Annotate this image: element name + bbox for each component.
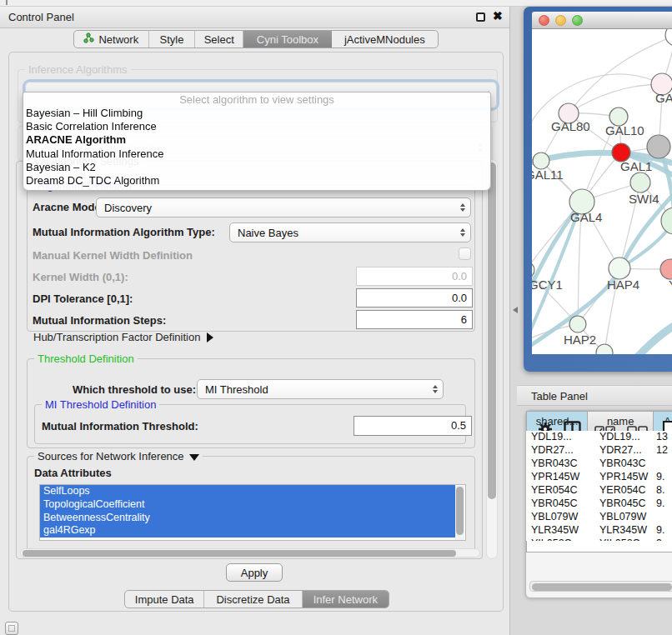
table-row[interactable]: YBR043CYBR043C: [526, 458, 672, 471]
mi-threshold-input[interactable]: 0.5: [354, 416, 472, 436]
table-row[interactable]: YBL079WYBL079W: [526, 511, 672, 524]
scrollbar-thumb[interactable]: [488, 162, 496, 499]
tab-cyni-toolbox[interactable]: Cyni Toolbox: [243, 31, 331, 48]
hub-definition-toggle[interactable]: Hub/Transcription Factor Definition: [33, 331, 213, 343]
collapse-down-icon: [189, 454, 199, 461]
data-attributes-list[interactable]: SelfLoopsTopologicalCoefficientBetweenne…: [39, 484, 466, 541]
mi-type-combobox[interactable]: Naive Bayes: [229, 222, 471, 242]
kernel-width-input[interactable]: 0.0: [356, 267, 473, 286]
network-node[interactable]: [533, 152, 549, 169]
collapsed-panel-icon[interactable]: [5, 622, 18, 635]
table-row[interactable]: YDL19...YDL19...13: [526, 431, 672, 444]
table-cell[interactable]: YDR27...: [526, 444, 588, 458]
table-cell[interactable]: YBR043C: [588, 458, 654, 471]
table-row[interactable]: YBR045CYBR045C9.: [526, 498, 672, 511]
network-node[interactable]: [630, 172, 650, 192]
algorithm-option[interactable]: Bayesian – K2: [23, 161, 490, 174]
list-vertical-scrollbar[interactable]: [455, 486, 464, 541]
bottom-tabs: Impute Data Discretize Data Infer Networ…: [124, 590, 389, 608]
close-button[interactable]: [539, 15, 549, 26]
table-cell[interactable]: YBR045C: [588, 498, 654, 511]
table-row[interactable]: YIL052CYIL052C9.: [526, 538, 672, 541]
algorithm-option[interactable]: Bayesian – Hill Climbing: [23, 107, 490, 120]
table-horizontal-scrollbar[interactable]: [529, 581, 672, 592]
algorithm-option[interactable]: ARACNE Algorithm: [23, 133, 490, 147]
control-panel-titlebar: Control Panel ✖: [0, 7, 509, 28]
hub-definition-label: Hub/Transcription Factor Definition: [33, 331, 200, 343]
network-canvas[interactable]: GALGAL80GAL10GAL1GAL11SWI4GAL4GCY1HAP4YH…: [532, 29, 672, 354]
tab-discretize-data[interactable]: Discretize Data: [204, 591, 302, 608]
tab-jactivemnodules[interactable]: jActiveMNodules: [332, 31, 438, 48]
table-cell[interactable]: YDL19...: [588, 431, 654, 444]
data-attribute-item[interactable]: TopologicalCoefficient: [40, 498, 455, 512]
table-cell[interactable]: YDL19...: [526, 431, 588, 444]
network-node[interactable]: [660, 259, 672, 279]
kernel-width-label: Kernel Width (0,1):: [33, 271, 128, 283]
scrollbar-thumb[interactable]: [23, 550, 456, 557]
mi-type-value: Naive Bayes: [230, 227, 455, 239]
table-cell[interactable]: YLR345W: [526, 524, 588, 538]
table-cell[interactable]: 9.: [654, 524, 672, 538]
table-cell[interactable]: YBL079W: [526, 511, 588, 524]
table-row[interactable]: YPR145WYPR145W9.: [526, 471, 672, 484]
cyni-algorithm-settings-group: Cyni Algorithm Settings Algorithm Defini…: [16, 161, 483, 559]
network-node[interactable]: [647, 135, 670, 158]
table-body[interactable]: YDL19...YDL19...13YDR27...YDR27...12YBR0…: [526, 431, 672, 541]
tab-network[interactable]: Network: [74, 31, 149, 48]
table-row[interactable]: YLR345WYLR345W9.: [526, 524, 672, 538]
tab-impute-data[interactable]: Impute Data: [125, 591, 204, 608]
float-window-icon[interactable]: [476, 12, 485, 22]
close-icon[interactable]: ✖: [493, 9, 503, 22]
table-cell[interactable]: 13: [654, 431, 672, 444]
table-cell[interactable]: YDR27...: [588, 444, 654, 458]
panel-splitter-grip[interactable]: [513, 307, 518, 313]
data-attribute-item[interactable]: SelfLoops: [40, 485, 455, 498]
table-cell[interactable]: [654, 458, 672, 471]
table-row[interactable]: YER054CYER054C8.: [526, 484, 672, 498]
network-node[interactable]: [665, 29, 672, 46]
minimize-button[interactable]: [555, 15, 566, 26]
tab-select[interactable]: Select: [195, 31, 243, 48]
algorithm-option[interactable]: Basic Correlation Inference: [23, 120, 490, 133]
aracne-mode-label: Aracne Mode:: [33, 201, 104, 213]
table-cell[interactable]: YPR145W: [526, 471, 588, 484]
manual-kernel-checkbox[interactable]: [459, 248, 471, 260]
mi-steps-input[interactable]: 6: [356, 310, 473, 329]
table-cell[interactable]: YLR345W: [588, 524, 654, 538]
algorithm-option[interactable]: Dream8 DC_TDC Algorithm: [23, 174, 490, 188]
zoom-button[interactable]: [572, 15, 583, 26]
data-attribute-item[interactable]: BetweennessCentrality: [40, 512, 455, 525]
table-cell[interactable]: 9.: [654, 498, 672, 511]
network-node[interactable]: [609, 258, 630, 279]
table-cell[interactable]: 8.: [654, 484, 672, 498]
table-cell[interactable]: YER054C: [588, 484, 654, 498]
table-cell[interactable]: YER054C: [526, 484, 588, 498]
table-row[interactable]: YDR27...YDR27...12: [526, 444, 672, 458]
scrollbar-thumb[interactable]: [532, 583, 672, 591]
tab-infer-network[interactable]: Infer Network: [303, 591, 389, 608]
table-cell[interactable]: [654, 511, 672, 524]
table-cell[interactable]: YBL079W: [588, 511, 654, 524]
dpi-tolerance-input[interactable]: 0.0: [356, 288, 473, 308]
network-node[interactable]: [569, 316, 586, 332]
table-cell[interactable]: 9.: [654, 538, 672, 541]
table-cell[interactable]: YIL052C: [526, 538, 588, 541]
network-node[interactable]: [661, 208, 672, 234]
data-attribute-item[interactable]: gal4RGexp: [40, 524, 455, 538]
table-cell[interactable]: YBR045C: [526, 498, 588, 511]
which-threshold-combobox[interactable]: MI Threshold: [197, 379, 444, 399]
table-cell[interactable]: YPR145W: [588, 471, 654, 484]
tab-style[interactable]: Style: [149, 31, 196, 48]
network-node[interactable]: [596, 344, 613, 354]
table-cell[interactable]: 12: [654, 444, 672, 458]
aracne-mode-combobox[interactable]: Discovery: [96, 198, 471, 218]
table-cell[interactable]: YIL052C: [588, 538, 654, 541]
table-cell[interactable]: 9.: [654, 471, 672, 484]
sources-title[interactable]: Sources for Network Inference: [34, 450, 203, 462]
apply-button[interactable]: Apply: [226, 563, 283, 582]
settings-vertical-scrollbar[interactable]: [486, 159, 498, 559]
algorithm-option[interactable]: Mutual Information Inference: [23, 148, 490, 161]
settings-horizontal-scrollbar[interactable]: [20, 548, 480, 558]
table-cell[interactable]: YBR043C: [526, 458, 588, 471]
scrollbar-thumb[interactable]: [456, 487, 464, 535]
